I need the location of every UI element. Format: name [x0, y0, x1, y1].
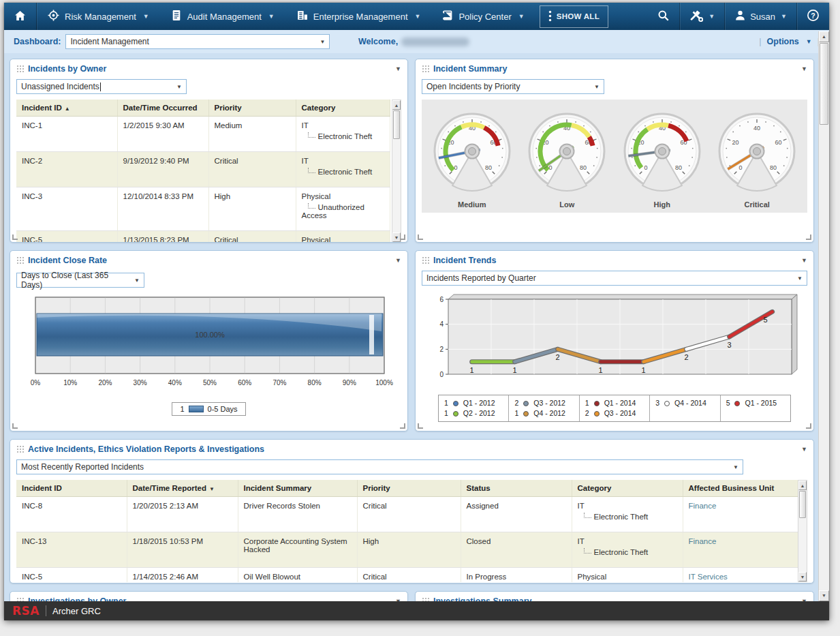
drag-grip-icon[interactable] — [16, 256, 24, 265]
active-incidents-filter-select[interactable]: Most Recently Reported Incidents ▼ — [16, 459, 743, 474]
vertical-dots-icon — [548, 10, 552, 23]
scroll-up-arrow[interactable]: ▲ — [392, 100, 401, 110]
legend-dot-icon — [453, 411, 458, 417]
tree-branch-icon — [308, 168, 315, 173]
chevron-down-icon: ▼ — [806, 38, 812, 45]
svg-text:70%: 70% — [273, 379, 286, 387]
panel-resize-handle[interactable] — [400, 234, 405, 240]
legend-value: 2 — [585, 408, 589, 419]
col-header[interactable]: Priority — [357, 480, 461, 497]
filter-value: Days to Close (Last 365 Days) — [21, 271, 129, 290]
scroll-thumb[interactable] — [393, 110, 400, 139]
tools-icon — [689, 10, 703, 24]
dashboard-select[interactable]: Incident Management ▼ — [65, 34, 330, 49]
scroll-thumb[interactable] — [820, 43, 828, 125]
scroll-down-arrow[interactable]: ▼ — [798, 572, 807, 581]
page-scrollbar[interactable]: ▲ ▼ — [818, 31, 829, 601]
nav-enterprise-management[interactable]: Enterprise Management ▼ — [285, 3, 432, 30]
nav-policy-center[interactable]: Policy Center ▼ — [431, 3, 535, 30]
chevron-down-icon: ▼ — [792, 275, 803, 282]
nav-audit-management[interactable]: Audit Management ▼ — [160, 3, 285, 30]
trends-legend: 1 Q1 - 20121 Q2 - 20122 Q3 - 20121 — [438, 395, 791, 422]
panel-resize-handle[interactable] — [806, 234, 811, 240]
chevron-down-icon: ▼ — [315, 39, 326, 45]
drag-grip-icon[interactable] — [16, 65, 24, 74]
nav-risk-management[interactable]: Risk Management ▼ — [37, 3, 160, 30]
incident-summary-filter-select[interactable]: Open Incidents by Priority ▼ — [422, 79, 604, 94]
svg-text:50%: 50% — [203, 379, 217, 387]
panel-menu-caret-icon[interactable]: ▼ — [801, 446, 807, 453]
col-header[interactable]: Date/Time Reported▼ — [127, 480, 238, 497]
svg-text:0%: 0% — [31, 379, 41, 387]
table-row[interactable]: INC-8 1/20/2015 2:13 AM Driver Records S… — [16, 497, 798, 532]
svg-text:0: 0 — [439, 371, 444, 378]
admin-tools-button[interactable]: ▼ — [680, 3, 724, 30]
trends-filter-select[interactable]: Incidents Reported by Quarter ▼ — [422, 271, 807, 286]
scroll-down-arrow[interactable]: ▼ — [819, 590, 829, 601]
user-menu[interactable]: Susan ▼ — [725, 3, 796, 30]
panel-title: Incident Close Rate — [28, 256, 107, 265]
panel-resize-handle[interactable] — [12, 423, 18, 429]
product-name: Archer GRC — [52, 606, 101, 616]
col-header[interactable]: Category — [296, 100, 390, 117]
svg-text:40%: 40% — [168, 379, 182, 387]
legend-group: 1 Q1 - 20121 Q2 - 2012 — [439, 395, 509, 421]
show-all-button[interactable]: SHOW ALL — [540, 5, 608, 28]
user-name: Susan — [750, 12, 775, 22]
col-header[interactable]: Affected Business Unit — [683, 480, 798, 497]
business-unit-link[interactable]: Finance — [689, 502, 717, 510]
col-header[interactable]: Priority — [208, 100, 296, 117]
drag-grip-icon[interactable] — [422, 65, 429, 74]
drag-grip-icon[interactable] — [422, 256, 429, 265]
table-row[interactable]: INC-5 1/13/2015 8:23 PM Critical Physica… — [16, 231, 390, 243]
svg-text:1: 1 — [642, 366, 646, 374]
col-header[interactable]: Incident ID — [16, 480, 127, 497]
table-row[interactable]: INC-3 12/10/2014 8:33 PM High Physical U… — [16, 187, 390, 231]
panel-resize-handle[interactable] — [12, 234, 18, 240]
search-button[interactable] — [648, 3, 679, 30]
col-header[interactable]: Status — [461, 480, 572, 497]
panel-resize-handle[interactable] — [400, 423, 405, 429]
business-unit-link[interactable]: Finance — [689, 537, 717, 545]
panel-resize-handle[interactable] — [418, 423, 423, 429]
col-header[interactable]: Date/Time Occurred — [117, 100, 208, 117]
panel-resize-handle[interactable] — [806, 423, 811, 429]
business-unit-link[interactable]: IT Services — [689, 573, 728, 581]
show-all-label: SHOW ALL — [557, 12, 600, 20]
tree-branch-icon — [308, 203, 315, 209]
panel-menu-caret-icon[interactable]: ▼ — [395, 65, 401, 72]
col-header[interactable]: Incident ID▲ — [16, 100, 117, 117]
panel-menu-caret-icon[interactable]: ▼ — [801, 65, 807, 72]
svg-text:100%: 100% — [375, 379, 393, 387]
svg-text:1: 1 — [599, 366, 603, 374]
table-row[interactable]: INC-2 9/19/2012 9:40 PM Critical IT Elec… — [16, 152, 390, 187]
table-scrollbar[interactable]: ▲ ▼ — [798, 480, 807, 582]
col-header[interactable]: Incident Summary — [238, 480, 357, 497]
scroll-up-arrow[interactable]: ▲ — [798, 481, 807, 490]
close-rate-filter-select[interactable]: Days to Close (Last 365 Days) ▼ — [16, 273, 144, 288]
panel-menu-caret-icon[interactable]: ▼ — [801, 257, 807, 264]
chevron-down-icon: ▼ — [171, 84, 182, 90]
panel-menu-caret-icon[interactable]: ▼ — [395, 257, 401, 264]
table-row[interactable]: INC-1 1/2/2015 9:30 AM Medium IT Electro… — [16, 117, 390, 152]
table-row[interactable]: INC-5 1/14/2015 2:46 AM Oil Well Blowout… — [16, 568, 798, 583]
options-menu[interactable]: | Options ▼ | — [759, 37, 820, 46]
app-window: Risk Management ▼ Audit Management ▼ Ent… — [4, 3, 829, 620]
panel-resize-handle[interactable] — [418, 234, 423, 240]
scroll-thumb[interactable] — [799, 491, 806, 518]
incidents-by-owner-filter-select[interactable]: Unassigned Incidents ▼ — [16, 79, 187, 94]
scroll-up-arrow[interactable]: ▲ — [819, 31, 829, 42]
help-button[interactable]: ? — [797, 3, 829, 30]
legend-item: 2 Q3 - 2012 — [514, 398, 573, 408]
legend-group: 2 Q3 - 20121 Q4 - 2012 — [509, 395, 579, 421]
filter-value: Most Recently Reported Incidents — [21, 462, 144, 472]
legend-group: 3 Q4 - 2014 — [650, 395, 720, 421]
table-scrollbar[interactable]: ▲ ▼ — [392, 100, 401, 243]
legend-value: 5 — [726, 398, 730, 408]
svg-text:2: 2 — [439, 346, 444, 353]
dashboard-toolbar: Dashboard: Incident Management ▼ Welcome… — [4, 30, 829, 53]
drag-grip-icon[interactable] — [16, 445, 24, 454]
col-header[interactable]: Category — [572, 480, 683, 497]
table-row[interactable]: INC-13 1/18/2015 10:53 PM Corporate Acco… — [16, 532, 798, 568]
home-button[interactable] — [4, 3, 37, 30]
